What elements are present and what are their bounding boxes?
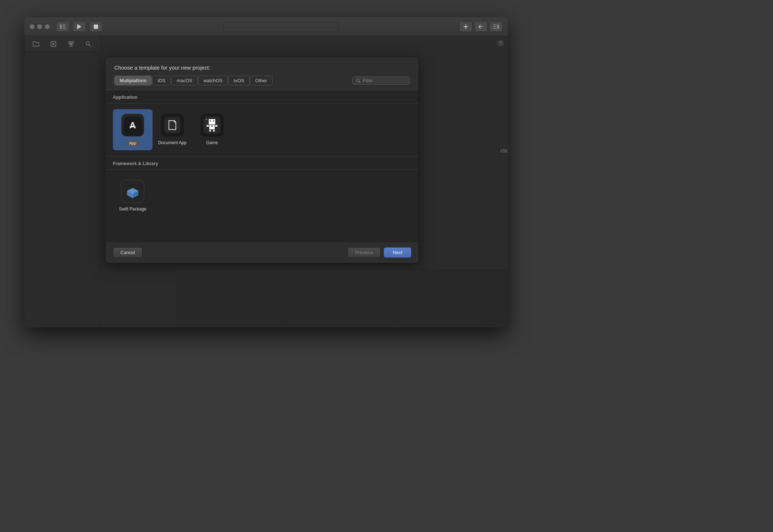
help-icon[interactable]: ? <box>497 40 504 47</box>
stop-button[interactable] <box>89 22 102 32</box>
previous-button[interactable]: Previous <box>348 247 381 258</box>
main-content: ? ction Choose a template for your new p… <box>100 36 508 327</box>
tab-other[interactable]: Other <box>250 76 273 85</box>
template-chooser-dialog: Choose a template for your new project: … <box>105 57 419 263</box>
swift-package-template-icon <box>121 180 144 203</box>
filter-icon <box>356 79 361 83</box>
source-control-icon[interactable] <box>49 40 57 48</box>
bottom-panels <box>176 270 508 327</box>
application-section-title: Application <box>113 95 138 100</box>
maximize-button[interactable] <box>45 24 50 29</box>
template-item-swift-package[interactable]: Swift Package <box>113 176 153 236</box>
tab-watchos[interactable]: watchOS <box>198 76 228 85</box>
game-template-icon: + <box>200 114 224 137</box>
svg-rect-0 <box>60 25 62 29</box>
next-button[interactable]: Next <box>384 247 411 258</box>
bottom-panel-left <box>176 270 287 327</box>
svg-rect-9 <box>493 25 496 25</box>
svg-rect-1 <box>62 25 66 25</box>
modal-title: Choose a template for your new project: <box>114 65 410 71</box>
svg-rect-2 <box>62 26 66 27</box>
filter-input[interactable]: Filter <box>352 76 410 85</box>
url-bar <box>224 22 338 32</box>
framework-section-title: Framework & Library <box>113 161 158 166</box>
svg-text:A: A <box>129 120 136 130</box>
tab-macos[interactable]: macOS <box>171 76 198 85</box>
back-button[interactable] <box>474 22 487 32</box>
close-button[interactable] <box>30 24 35 29</box>
folder-icon[interactable] <box>32 40 40 48</box>
svg-rect-3 <box>62 28 66 29</box>
svg-text:+: + <box>206 118 208 121</box>
tab-ios[interactable]: iOS <box>152 76 171 85</box>
bottom-panel-middle <box>287 270 397 327</box>
side-panel-text: ction <box>500 148 508 154</box>
tabs-bar: Multiplatform iOS macOS watchOS tvOS Oth… <box>114 76 410 85</box>
swift-package-label: Swift Package <box>119 207 146 212</box>
svg-rect-36 <box>213 130 215 132</box>
toolbar-right <box>459 22 503 32</box>
bottom-panel-right <box>397 270 508 327</box>
app-selected-badge: App <box>126 140 139 146</box>
xcode-window: ? ction Choose a template for your new p… <box>25 17 508 327</box>
document-app-icon-svg <box>164 117 180 133</box>
svg-rect-11 <box>493 28 496 29</box>
sidebar-toggle-button[interactable] <box>56 22 69 32</box>
document-app-label: Document App <box>158 140 187 146</box>
app-template-icon: A <box>121 114 144 137</box>
search-icon[interactable] <box>84 40 92 48</box>
svg-rect-10 <box>493 26 496 27</box>
svg-rect-16 <box>71 41 74 43</box>
game-label: Game <box>206 140 218 146</box>
swift-package-icon-svg <box>124 183 141 200</box>
svg-rect-7 <box>464 26 468 27</box>
tab-multiplatform[interactable]: Multiplatform <box>114 76 152 85</box>
template-item-game[interactable]: + Game <box>192 109 232 150</box>
svg-rect-29 <box>164 117 180 133</box>
svg-rect-15 <box>69 41 71 43</box>
tab-tvos[interactable]: tvOS <box>228 76 249 85</box>
application-template-grid: A App <box>106 103 419 156</box>
svg-rect-40 <box>212 125 212 127</box>
hierarchy-icon[interactable] <box>67 40 75 48</box>
modal-header: Choose a template for your new project: … <box>106 57 419 90</box>
template-item-app[interactable]: A App <box>113 109 153 150</box>
application-section-header: Application <box>106 90 419 103</box>
document-app-template-icon <box>161 114 184 137</box>
modal-body: Application A <box>106 90 419 242</box>
add-button[interactable] <box>459 22 472 32</box>
svg-rect-8 <box>497 25 499 29</box>
app-store-icon-svg: A <box>124 116 141 134</box>
svg-rect-32 <box>210 120 211 121</box>
svg-rect-38 <box>215 125 217 127</box>
cancel-button[interactable]: Cancel <box>113 247 142 258</box>
svg-rect-35 <box>209 130 211 132</box>
framework-template-grid: Swift Package <box>106 170 419 242</box>
svg-line-23 <box>89 45 90 46</box>
template-item-document-app[interactable]: Document App <box>153 109 192 150</box>
svg-rect-5 <box>94 25 98 29</box>
framework-section-header: Framework & Library <box>106 156 419 170</box>
svg-line-25 <box>359 81 360 83</box>
svg-marker-4 <box>77 24 81 29</box>
play-button[interactable] <box>73 22 86 32</box>
filter-placeholder: Filter <box>363 78 373 83</box>
minimize-button[interactable] <box>37 24 42 29</box>
svg-rect-33 <box>213 120 214 121</box>
sidebar-toolbar <box>25 36 100 52</box>
sidebar <box>25 36 100 327</box>
svg-rect-31 <box>209 119 215 125</box>
traffic-lights <box>30 24 50 29</box>
game-icon-svg: + <box>203 116 221 134</box>
svg-rect-17 <box>70 45 72 46</box>
inspector-button[interactable] <box>490 22 503 32</box>
modal-footer: Cancel Previous Next <box>106 242 419 263</box>
titlebar <box>25 17 508 36</box>
svg-rect-37 <box>207 125 209 127</box>
